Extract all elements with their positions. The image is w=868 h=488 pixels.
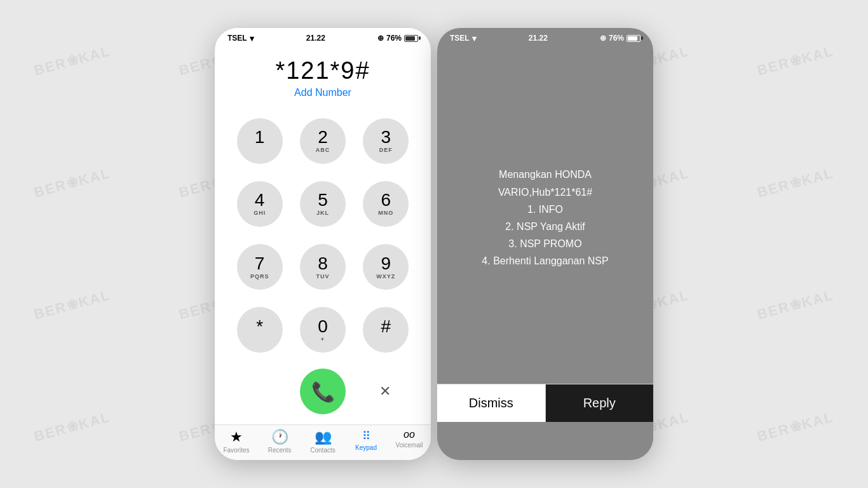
contacts-icon: 👥 [315,429,332,445]
dismiss-button[interactable]: Dismiss [437,384,546,422]
keypad-grid: 1 2 ABC 3 DEF 4 GHI 5 JKL [215,107,431,363]
msg-time-label: 21.22 [529,34,548,43]
tab-favorites-label: Favorites [223,447,249,454]
delete-button[interactable]: ✕ [371,377,399,405]
wifi-icon: ▾ [250,34,254,43]
dialer-phone: TSEL ▾ 21.22 ⊕ 76% *121*9# Add Number 1 [215,28,431,460]
battery-icon [404,35,418,42]
key-3[interactable]: 3 DEF [363,118,409,164]
dialer-number: *121*9# [215,46,431,87]
dialer-content: *121*9# Add Number 1 2 ABC 3 DEF [215,46,431,424]
message-text: Menangkan HONDA VARIO,Hub*121*61# 1. INF… [456,166,634,269]
reply-button[interactable]: Reply [546,384,654,422]
key-8[interactable]: 8 TUV [300,244,346,290]
msg-globe-icon: ⊕ [600,34,606,43]
call-icon: 📞 [311,381,335,403]
key-1[interactable]: 1 [237,118,283,164]
keypad-icon: ⠿ [362,429,370,443]
tab-contacts-label: Contacts [310,447,335,454]
tab-recents-label: Recents [268,447,292,454]
dialer-status-bar: TSEL ▾ 21.22 ⊕ 76% [215,28,431,46]
key-star[interactable]: * [237,307,283,353]
key-6[interactable]: 6 MNO [363,181,409,227]
globe-icon: ⊕ [377,34,384,43]
recents-icon: 🕐 [271,429,288,445]
favorites-icon: ★ [230,429,243,445]
key-5[interactable]: 5 JKL [300,181,346,227]
msg-battery-icon [627,35,641,42]
tab-voicemail-label: Voicemail [396,442,423,449]
tab-bar: ★ Favorites 🕐 Recents 👥 Contacts ⠿ Keypa… [215,424,431,460]
msg-battery-fill [628,36,637,41]
message-phone: TSEL ▾ 21.22 ⊕ 76% Menangkan HONDA VARIO… [437,28,653,460]
time-label: 21.22 [306,34,325,43]
carrier-label: TSEL [227,34,247,43]
add-number-link[interactable]: Add Number [215,87,431,107]
tab-contacts[interactable]: 👥 Contacts [301,429,344,454]
message-bottom-bar [437,422,653,460]
dismiss-label: Dismiss [469,396,513,410]
key-9[interactable]: 9 WXYZ [363,244,409,290]
tab-keypad[interactable]: ⠿ Keypad [344,429,388,454]
reply-label: Reply [583,396,616,410]
tab-favorites[interactable]: ★ Favorites [215,429,258,454]
delete-icon: ✕ [379,383,391,400]
battery-label: 76% [386,34,402,43]
key-4[interactable]: 4 GHI [237,181,283,227]
call-row: 📞 ✕ [215,363,431,424]
phones-container: TSEL ▾ 21.22 ⊕ 76% *121*9# Add Number 1 [215,28,653,460]
key-0[interactable]: 0 + [300,307,346,353]
tab-keypad-label: Keypad [355,444,377,451]
voicemail-icon: oo [403,429,415,440]
msg-battery-label: 76% [609,34,624,43]
message-actions: Dismiss Reply [437,384,653,422]
call-button[interactable]: 📞 [300,369,346,414]
message-body: Menangkan HONDA VARIO,Hub*121*61# 1. INF… [437,46,653,460]
tab-voicemail[interactable]: oo Voicemail [388,429,431,454]
key-hash[interactable]: # [363,307,409,353]
tab-recents[interactable]: 🕐 Recents [258,429,301,454]
msg-carrier-label: TSEL [450,34,470,43]
message-content: Menangkan HONDA VARIO,Hub*121*61# 1. INF… [437,46,653,384]
key-2[interactable]: 2 ABC [300,118,346,164]
message-status-bar: TSEL ▾ 21.22 ⊕ 76% [437,28,653,46]
key-7[interactable]: 7 PQRS [237,244,283,290]
msg-wifi-icon: ▾ [472,34,477,43]
battery-fill [405,36,415,41]
